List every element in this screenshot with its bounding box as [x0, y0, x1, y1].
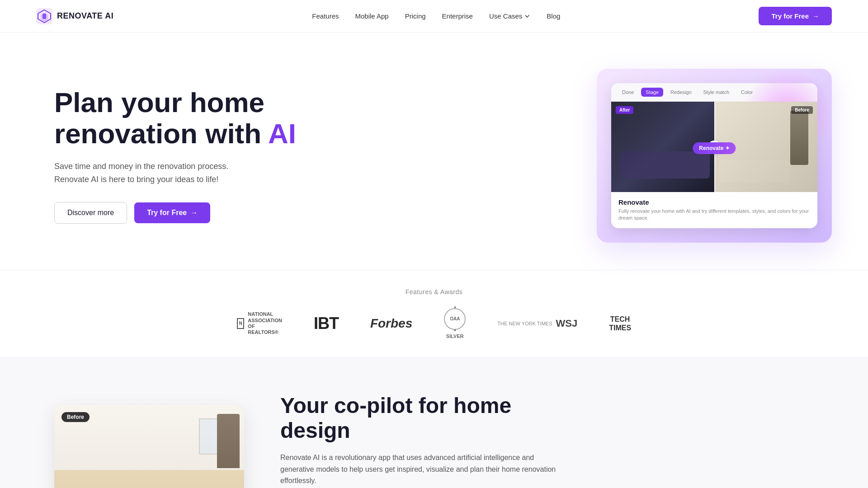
chevron-down-icon	[524, 13, 530, 19]
before-label: Before	[791, 106, 813, 114]
copilot-image-area: Before Staging ‹ ›	[54, 405, 244, 488]
nar-icon: N	[237, 318, 244, 329]
card-tab-done[interactable]: Done	[618, 88, 638, 97]
card-tab-style[interactable]: Style match	[699, 88, 734, 97]
nav-try-free-button[interactable]: Try for Free →	[759, 7, 832, 25]
card-info-title: Renovate	[618, 198, 810, 206]
hero-buttons: Discover more Try for Free →	[54, 202, 296, 224]
card-tab-stage[interactable]: Stage	[641, 88, 663, 97]
after-label: After	[616, 106, 633, 114]
card-ui: Done Stage Redesign Style match Color Af…	[611, 83, 817, 228]
svg-rect-3	[42, 14, 46, 19]
nav-cta-arrow: →	[812, 12, 819, 20]
award-ibt: IBT	[314, 314, 339, 333]
hero-demo-card: Done Stage Redesign Style match Color Af…	[597, 69, 832, 243]
copilot-section: Before Staging ‹ › Your co-pilot for hom…	[0, 357, 868, 488]
hero-subtitle: Save time and money in the renovation pr…	[54, 160, 262, 186]
nav-links: Features Mobile App Pricing Enterprise U…	[312, 12, 560, 20]
nav-use-cases[interactable]: Use Cases	[489, 12, 530, 20]
copilot-title: Your co-pilot for home design	[280, 393, 561, 443]
copilot-description: Renovate AI is a revolutionary app that …	[280, 452, 561, 487]
card-info: Renovate Fully renovate your home with A…	[611, 192, 817, 228]
nav-features[interactable]: Features	[312, 12, 339, 20]
award-silver: OAA SILVER	[444, 308, 466, 339]
try-for-free-button[interactable]: Try for Free →	[134, 202, 210, 223]
awards-logos: N NATIONALASSOCIATION OFREALTORS® IBT Fo…	[36, 308, 832, 339]
awards-label: Features & Awards	[36, 288, 832, 296]
hero-section: Plan your home renovation with AI Save t…	[0, 33, 868, 270]
silver-circle-icon: OAA	[444, 308, 466, 330]
brand-name: RENOVATE AI	[57, 11, 113, 21]
discover-more-button[interactable]: Discover more	[54, 202, 127, 224]
card-tabs: Done Stage Redesign Style match Color	[611, 83, 817, 102]
nav-blog[interactable]: Blog	[547, 12, 560, 20]
try-free-arrow: →	[190, 209, 198, 217]
card-tab-redesign[interactable]: Redesign	[666, 88, 696, 97]
nav-pricing[interactable]: Pricing	[405, 12, 426, 20]
nav-enterprise[interactable]: Enterprise	[442, 12, 473, 20]
awards-section: Features & Awards N NATIONALASSOCIATION …	[0, 270, 868, 357]
nav-use-cases-label: Use Cases	[489, 12, 522, 20]
award-forbes: Forbes	[370, 316, 412, 331]
hero-card-area: Done Stage Redesign Style match Color Af…	[597, 69, 832, 243]
award-wsj: THE NEW YORK TIMES WSJ	[497, 318, 577, 329]
brand-logo[interactable]: RENOVATE AI	[36, 8, 113, 24]
card-tab-color[interactable]: Color	[736, 88, 757, 97]
room-floor	[54, 470, 244, 488]
card-info-desc: Fully renovate your home with AI and try…	[618, 208, 810, 222]
before-badge: Before	[61, 412, 90, 422]
hero-title: Plan your home renovation with AI	[54, 87, 296, 149]
nav-mobile-app[interactable]: Mobile App	[355, 12, 389, 20]
brand-icon	[36, 8, 52, 24]
award-nar: N NATIONALASSOCIATION OFREALTORS®	[237, 311, 282, 335]
hero-content: Plan your home renovation with AI Save t…	[54, 87, 296, 224]
room-bookshelf	[217, 414, 240, 468]
navbar: RENOVATE AI Features Mobile App Pricing …	[0, 0, 868, 33]
card-image-comparison: After Before Renovate ✦	[611, 102, 817, 192]
award-tech-times: TECHTIMES	[609, 315, 631, 332]
renovate-badge: Renovate ✦	[693, 142, 736, 154]
copilot-content: Your co-pilot for home design Renovate A…	[280, 393, 561, 488]
